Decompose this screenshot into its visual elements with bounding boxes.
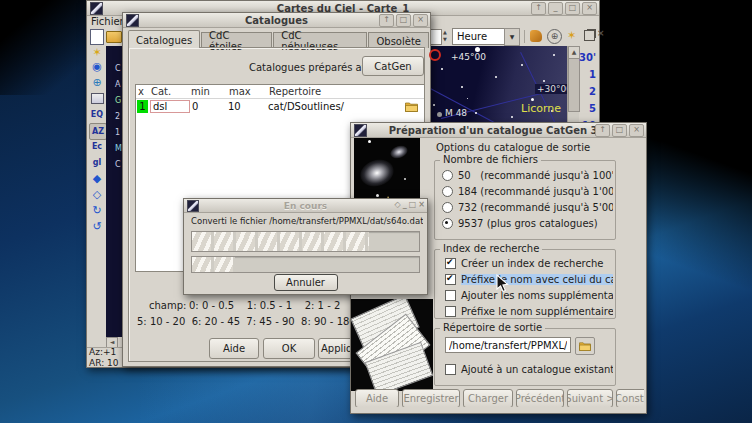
ec-projection-button[interactable]: Ec: [89, 139, 105, 154]
close-icon[interactable]: ×: [582, 2, 597, 15]
fov-value[interactable]: 1: [589, 69, 596, 80]
catgen-button[interactable]: CatGen: [362, 56, 424, 76]
radio-icon[interactable]: [442, 202, 453, 213]
save-button[interactable]: Enregistrer: [402, 389, 460, 407]
index-option[interactable]: Préfixe le nom avec celui du catalogue: [445, 271, 613, 287]
col-header-cat[interactable]: Cat.: [151, 86, 191, 97]
file-count-option[interactable]: 732 (recommandé jusqu'à 5'000'000 objets…: [442, 199, 613, 215]
tab-cdc-etoiles[interactable]: CdC étoiles: [201, 32, 272, 48]
folder-icon[interactable]: [405, 101, 418, 112]
fov-value[interactable]: 2: [589, 86, 596, 97]
fov-star-icon[interactable]: ✶: [565, 29, 578, 42]
punched-cards-image: [351, 299, 433, 391]
catalogues-tabs: Catalogues CdC étoiles CdC nébuleuses Ob…: [128, 32, 430, 48]
checkbox-icon[interactable]: [445, 290, 456, 301]
checkbox-icon[interactable]: [445, 364, 456, 375]
col-header-repertoire[interactable]: Repertoire: [269, 86, 424, 97]
help-button[interactable]: Aide: [209, 338, 259, 359]
menu-fichier[interactable]: Fichier: [91, 16, 124, 27]
catgen-intro-label: Options du catalogue de sortie: [436, 142, 590, 153]
checkbox-icon[interactable]: [445, 258, 456, 269]
catgen-help-button[interactable]: Aide: [355, 389, 399, 407]
center-target-icon[interactable]: ⊕: [547, 29, 562, 44]
file-count-option[interactable]: 50 (recommandé jusqu'à 100'000 objets): [442, 167, 613, 183]
close-icon[interactable]: ×: [413, 14, 428, 27]
min-cell[interactable]: 0: [190, 101, 228, 112]
maximize-icon[interactable]: □: [612, 124, 627, 137]
append-catalog-option[interactable]: Ajouté à un catalogue existant: [445, 361, 613, 377]
undock-panel-icon[interactable]: [584, 30, 595, 41]
catalogues-titlebar[interactable]: Catalogues ↑ □ ×: [123, 13, 430, 28]
declination-label: +30°00': [535, 84, 567, 94]
build-button[interactable]: Construire le: [616, 389, 644, 407]
index-option[interactable]: Créer un index de recherche: [445, 255, 613, 271]
planet-icon[interactable]: ◉: [89, 59, 105, 74]
browse-folder-button[interactable]: [575, 337, 595, 355]
next-button[interactable]: Suivant >: [567, 389, 613, 407]
checkbox-icon[interactable]: [445, 306, 456, 317]
shade-icon[interactable]: ↑: [531, 2, 546, 15]
hand-tool-icon[interactable]: [530, 30, 542, 42]
checkbox-icon[interactable]: [445, 274, 456, 285]
globe-icon[interactable]: ⊕: [89, 75, 105, 90]
new-document-icon[interactable]: [90, 29, 104, 45]
diamond-outline-icon[interactable]: ◇: [89, 187, 105, 202]
gl-projection-button[interactable]: gl: [89, 155, 105, 170]
col-header-max[interactable]: max: [229, 86, 269, 97]
active-cell-marker[interactable]: 1: [137, 100, 148, 113]
col-header-min[interactable]: min: [191, 86, 229, 97]
rotate-ccw-icon[interactable]: ↺: [89, 219, 105, 234]
cancel-button[interactable]: Annuler: [274, 274, 338, 291]
open-folder-icon[interactable]: [106, 31, 122, 43]
previous-button[interactable]: Précédent: [516, 389, 564, 407]
close-icon[interactable]: ×: [418, 200, 425, 209]
maximize-icon[interactable]: □: [396, 14, 411, 27]
repertoire-cell[interactable]: cat/DSoutlines/: [268, 101, 424, 112]
option-label: Ajouté à un catalogue existant: [461, 364, 613, 375]
index-option[interactable]: Préfixe le nom supplémentaire avec son l…: [445, 303, 613, 319]
index-option[interactable]: Ajouter les noms supplémentaires à l'ind…: [445, 287, 613, 303]
tab-obsolete[interactable]: Obsolète: [368, 32, 429, 48]
info-letter: C: [115, 64, 121, 73]
minimize-icon[interactable]: _: [403, 200, 407, 209]
spinner-down-icon[interactable]: ▼: [441, 36, 449, 43]
option-label: 9537 (plus gros catalogues): [458, 218, 598, 229]
close-panel-icon[interactable]: ×: [597, 28, 605, 38]
cat-name-cell[interactable]: dsl: [150, 100, 190, 113]
fov-value[interactable]: 5: [589, 103, 596, 114]
maximize-icon[interactable]: □: [409, 200, 417, 209]
output-path-input[interactable]: [445, 337, 571, 353]
maximize-icon[interactable]: □: [565, 2, 580, 15]
progress-title: En cours: [284, 201, 327, 211]
minimize-icon[interactable]: _: [548, 2, 563, 15]
tab-cdc-nebuleuses[interactable]: CdC nébuleuses: [273, 32, 367, 48]
star-tool-icon[interactable]: ✶: [90, 46, 104, 60]
time-unit-combo[interactable]: Heure: [452, 28, 508, 45]
load-button[interactable]: Charger: [463, 389, 513, 407]
shade-icon[interactable]: ↑: [379, 14, 394, 27]
rotate-cw-icon[interactable]: ↻: [89, 203, 105, 218]
catgen-titlebar[interactable]: Préparation d'un catalogue CatGen 3.0 ↑ …: [351, 123, 646, 138]
radio-icon[interactable]: [442, 218, 453, 229]
shade-icon[interactable]: ↑: [595, 124, 610, 137]
file-count-option[interactable]: 9537 (plus gros catalogues): [442, 215, 613, 231]
col-header-x[interactable]: x: [136, 86, 151, 97]
file-count-option[interactable]: 184 (recommandé jusqu'à 1'000'000 objets…: [442, 183, 613, 199]
spinner-up-icon[interactable]: ▲: [441, 29, 449, 36]
eq-projection-button[interactable]: EQ: [89, 107, 105, 122]
radio-icon[interactable]: [442, 170, 453, 181]
close-icon[interactable]: ×: [629, 124, 644, 137]
progress-titlebar[interactable]: En cours ◇ _ □ ×: [184, 199, 427, 213]
roll-icon[interactable]: ◇: [395, 200, 401, 209]
search-index-legend: Index de recherche: [440, 243, 542, 254]
table-row[interactable]: 1 dsl 0 10 cat/DSoutlines/: [136, 99, 424, 114]
chart-grid-icon[interactable]: [89, 91, 105, 106]
tab-catalogues[interactable]: Catalogues: [128, 30, 200, 48]
fov-value[interactable]: 30': [579, 52, 596, 63]
radio-icon[interactable]: [442, 186, 453, 197]
combo-arrow-icon[interactable]: ▼: [504, 28, 520, 46]
ok-button[interactable]: OK: [263, 338, 315, 359]
diamond-filled-icon[interactable]: ◆: [89, 171, 105, 186]
max-cell[interactable]: 10: [228, 101, 268, 112]
az-projection-button[interactable]: AZ: [89, 123, 107, 140]
